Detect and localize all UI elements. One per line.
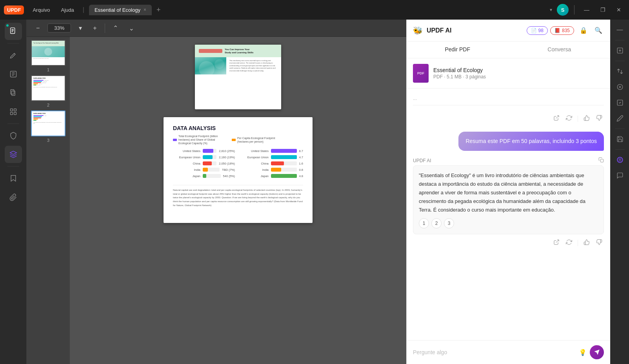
sidebar-icon-bookmark[interactable] xyxy=(5,170,22,187)
win-close-btn[interactable]: ✕ xyxy=(613,5,625,14)
tab-essential-ecology[interactable]: Essential of Ecology × xyxy=(89,5,152,15)
user-avatar[interactable]: S xyxy=(557,4,569,16)
paid-token-badge[interactable]: 📕 835 xyxy=(550,26,574,35)
sidebar-sep-3 xyxy=(7,166,19,167)
data-row-left: China 2,050 (18%) xyxy=(173,161,235,165)
sidebar-icon-pages[interactable] xyxy=(5,84,22,101)
svg-rect-1 xyxy=(11,29,14,30)
chat-input-area: 💡 xyxy=(407,340,610,364)
pdf-viewer: − 33% ▾ + ⌃ ⌃ You Can Improve Your Study… xyxy=(27,20,406,364)
partial-message: ... xyxy=(413,95,604,105)
ai-tabs: Pedir PDF Conversa xyxy=(407,42,610,58)
nav-next-btn[interactable]: ⌃ xyxy=(126,23,137,33)
sidebar-sep-2 xyxy=(7,123,19,124)
svg-rect-12 xyxy=(600,159,604,162)
sidebar-icon-protect[interactable] xyxy=(5,127,22,144)
tab-bar: Essential of Ecology × + xyxy=(89,4,545,16)
refresh-btn-2[interactable] xyxy=(564,237,574,248)
pdf-page-1: You Can Improve Your Study and Learning … xyxy=(195,45,281,109)
menu-arquivo[interactable]: Arquivo xyxy=(29,5,54,15)
chat-input-row: 💡 xyxy=(413,345,604,359)
ai-page-refs: 1 2 3 xyxy=(419,218,598,228)
thumbnails-panel: You Can Improve Your Study and Learning … xyxy=(27,37,70,364)
thumbnail-1[interactable]: You Can Improve Your Study and Learning … xyxy=(31,40,65,72)
rsb-watermark-btn[interactable] xyxy=(613,96,627,110)
ai-lock-btn[interactable]: 🔒 xyxy=(578,25,589,36)
data-footer: Natural capital use and degradation: tot… xyxy=(173,185,303,207)
updf-logo[interactable]: UPDF xyxy=(4,5,24,14)
paid-token-count: 835 xyxy=(562,28,570,33)
zoom-out-btn[interactable]: − xyxy=(33,23,43,33)
ai-response-container: UPDF AI "Essentials of Ecology" é um liv… xyxy=(413,157,604,250)
copy-response-btn[interactable] xyxy=(598,157,604,164)
rsb-minimize-btn[interactable]: — xyxy=(613,23,627,37)
pdf-main-content: You Can Improve Your Study and Learning … xyxy=(70,37,406,364)
page-ref-1[interactable]: 1 xyxy=(419,218,429,228)
ai-search-btn[interactable]: 🔍 xyxy=(593,25,604,36)
thumb-img-1: You Can Improve Your Study and Learning … xyxy=(31,40,65,66)
ai-panel: 🐝 UPDF AI 📄 98 📕 835 🔒 🔍 Pedir PDF Conve… xyxy=(406,20,610,364)
rsb-convert-btn[interactable] xyxy=(613,64,627,78)
svg-rect-2 xyxy=(11,30,14,31)
menu-ajuda[interactable]: Ajuda xyxy=(57,5,78,15)
win-minimize-btn[interactable]: — xyxy=(580,5,593,14)
ai-response-header: UPDF AI xyxy=(413,157,604,164)
tab-close-btn[interactable]: × xyxy=(144,7,146,13)
sidebar-icon-annotate[interactable] xyxy=(5,47,22,64)
svg-line-11 xyxy=(556,116,559,118)
rsb-ai-btn[interactable] xyxy=(613,153,627,167)
title-bar: UPDF Arquivo Ajuda | Essential of Ecolog… xyxy=(0,0,629,20)
thumb-num-1: 1 xyxy=(47,67,49,72)
tab-conversa[interactable]: Conversa xyxy=(509,42,611,58)
thumbdown-btn-2[interactable] xyxy=(594,237,604,248)
rsb-save-btn[interactable] xyxy=(613,132,627,146)
zoom-level[interactable]: 33% xyxy=(47,24,71,33)
thumbnail-2[interactable]: DATA ANALYSIS 2,810 (25%) 2,160 (19%) xyxy=(31,75,65,107)
rsb-chat-btn[interactable] xyxy=(613,168,627,183)
data-row-left: European Union 2,160 (19%) xyxy=(173,155,235,159)
zoom-dropdown-btn[interactable]: ▾ xyxy=(76,23,85,33)
ai-logo-icon: 🐝 xyxy=(413,26,423,35)
tab-add-btn[interactable]: + xyxy=(153,4,164,16)
nav-prev-btn[interactable]: ⌃ xyxy=(110,23,121,33)
svg-line-13 xyxy=(556,240,559,243)
file-card: PDF Essential of Ecology PDF · 5.1 MB · … xyxy=(407,58,610,89)
dropdown-btn[interactable]: ▾ xyxy=(548,5,554,14)
free-token-badge[interactable]: 📄 98 xyxy=(527,26,548,35)
ai-response-actions xyxy=(413,234,604,250)
sidebar-icon-edit[interactable] xyxy=(5,65,22,83)
svg-rect-6 xyxy=(11,91,15,96)
thumbnail-3[interactable]: DATA ANALYSIS 2,810 xyxy=(31,110,65,143)
file-type-icon: PDF xyxy=(413,64,429,83)
chat-hint-btn[interactable]: 💡 xyxy=(579,349,587,356)
win-maximize-btn[interactable]: ❐ xyxy=(596,5,609,14)
sidebar-icon-doc[interactable] xyxy=(5,23,22,40)
chat-input-field[interactable] xyxy=(413,349,576,355)
thumb-img-3: DATA ANALYSIS 2,810 xyxy=(31,110,65,136)
external-link-btn-2[interactable] xyxy=(552,237,561,248)
tab-pedir-pdf[interactable]: Pedir PDF xyxy=(407,42,509,58)
page-ref-2[interactable]: 2 xyxy=(431,218,442,228)
zoom-in-btn[interactable]: + xyxy=(90,23,100,33)
sidebar-sep-1 xyxy=(7,43,19,43)
sidebar-icon-organize[interactable] xyxy=(5,103,22,120)
rsb-sign-btn[interactable] xyxy=(613,111,627,125)
sidebar-icon-layers[interactable] xyxy=(5,146,22,163)
thumbup-btn-1[interactable] xyxy=(582,113,591,124)
data-row-right: China 1.6 xyxy=(241,161,303,165)
title-sep: | xyxy=(83,6,84,13)
rsb-ocr-btn[interactable] xyxy=(613,43,627,58)
refresh-btn-1[interactable] xyxy=(564,113,574,124)
page-ref-3[interactable]: 3 xyxy=(444,218,454,228)
chat-send-btn[interactable] xyxy=(590,345,604,359)
rsb-sep-3 xyxy=(615,129,625,129)
file-info: Essential of Ecology PDF · 5.1 MB · 3 pá… xyxy=(433,67,604,80)
thumbdown-btn-1[interactable] xyxy=(594,113,604,124)
tab-title: Essential of Ecology xyxy=(95,7,140,13)
title-divider xyxy=(574,5,574,14)
sidebar-icon-clip[interactable] xyxy=(5,188,22,206)
external-link-btn-1[interactable] xyxy=(552,113,561,124)
prev-msg-actions xyxy=(413,112,604,125)
thumbup-btn-2[interactable] xyxy=(582,237,591,248)
rsb-compress-btn[interactable] xyxy=(613,80,627,94)
